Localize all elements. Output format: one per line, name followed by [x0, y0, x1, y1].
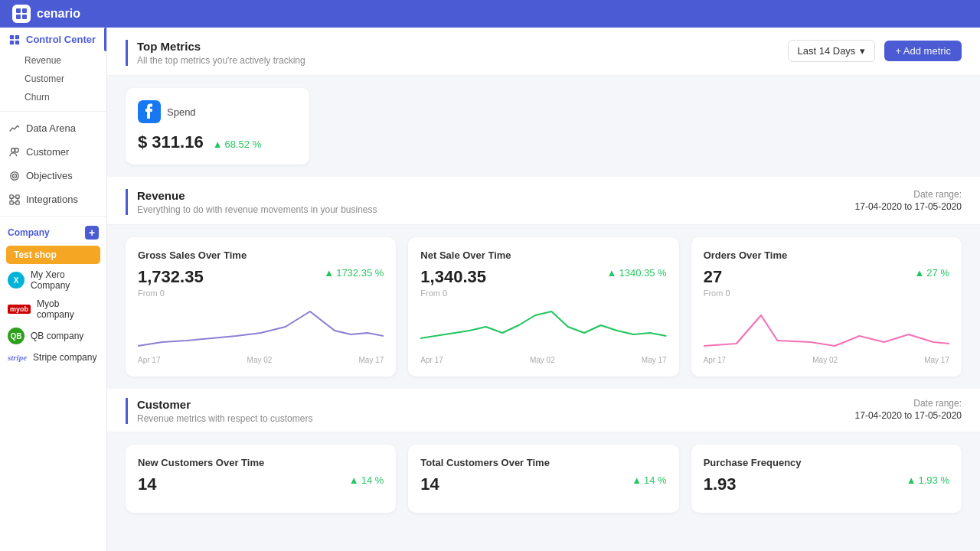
company-test-shop[interactable]: Test shop	[6, 246, 100, 264]
purchase-frequency-value: 1.93	[704, 474, 737, 494]
date-filter-button[interactable]: Last 14 Days ▾	[788, 40, 876, 62]
svg-rect-1	[22, 8, 27, 13]
company-test-shop-label: Test shop	[14, 249, 57, 260]
sidebar-label-integrations: Integrations	[26, 194, 78, 205]
customer-section-header: Customer Revenue metrics with respect to…	[107, 389, 980, 432]
sidebar-sub-churn[interactable]: Churn	[0, 88, 106, 106]
up-arrow-icon: ▲	[906, 474, 916, 486]
revenue-date-range-label: Date range:	[913, 189, 962, 200]
net-sale-from: From 0	[420, 289, 486, 298]
top-metrics-title-area: Top Metrics All the top metrics you're a…	[126, 40, 305, 66]
gross-sales-x-labels: Apr 17 May 02 May 17	[138, 356, 384, 364]
new-customers-header-row: 14 ▲ 14 %	[138, 474, 384, 494]
company-myob-label: Myob company	[37, 298, 99, 320]
company-qb-label: QB company	[31, 331, 83, 341]
orders-from: From 0	[704, 289, 730, 298]
svg-rect-14	[16, 194, 19, 197]
new-customers-title: New Customers Over Time	[138, 457, 384, 468]
revenue-title: Revenue	[137, 189, 377, 202]
sidebar-label-objectives: Objectives	[26, 170, 73, 181]
orders-title: Orders Over Time	[704, 249, 949, 261]
sidebar-sub-revenue[interactable]: Revenue	[0, 51, 106, 70]
customer-title-area: Customer Revenue metrics with respect to…	[126, 398, 312, 424]
svg-rect-5	[15, 34, 19, 38]
integrations-icon	[9, 194, 20, 205]
data-arena-icon	[9, 123, 20, 134]
top-metrics-title: Top Metrics	[137, 40, 305, 53]
up-arrow-icon: ▲	[213, 139, 223, 150]
app-logo[interactable]: cenario	[12, 5, 80, 23]
gross-sales-from: From 0	[138, 289, 204, 298]
revenue-date-range: Date range: 17-04-2020 to 17-05-2020	[855, 189, 962, 212]
sidebar-divider	[0, 111, 106, 112]
revenue-charts-grid: Gross Sales Over Time 1,732.35 From 0 ▲ …	[126, 237, 962, 377]
top-metrics-subtitle: All the top metrics you're actively trac…	[137, 55, 305, 66]
app-name: cenario	[37, 7, 80, 21]
sub-label-customer: Customer	[24, 73, 64, 84]
customer-section-subtitle: Revenue metrics with respect to customer…	[137, 413, 312, 424]
up-arrow-icon: ▲	[607, 267, 617, 279]
company-myob[interactable]: myob Myob company	[0, 295, 106, 324]
sub-label-revenue: Revenue	[24, 55, 61, 66]
sidebar-item-data-arena[interactable]: Data Arena	[0, 116, 106, 140]
sidebar-divider-2	[0, 216, 106, 217]
date-filter-label: Last 14 Days	[798, 45, 856, 57]
purchase-frequency-title: Purchase Frequency	[704, 457, 949, 468]
new-customers-chart: New Customers Over Time 14 ▲ 14 %	[126, 445, 396, 513]
sidebar-item-objectives[interactable]: Objectives	[0, 164, 106, 187]
net-sale-x-labels: Apr 17 May 02 May 17	[420, 356, 666, 364]
company-xero-label: My Xero Company	[31, 269, 99, 291]
sidebar-label-data-arena: Data Arena	[26, 122, 76, 134]
content-area: Top Metrics All the top metrics you're a…	[107, 28, 980, 551]
sub-label-churn: Churn	[24, 92, 50, 103]
company-qb[interactable]: QB QB company	[0, 324, 106, 348]
sidebar-item-control-center[interactable]: Control Center	[0, 28, 106, 51]
revenue-subtitle: Everything to do with revenue movements …	[137, 204, 377, 215]
metric-card-title: Spend	[167, 106, 196, 118]
total-customers-chart: Total Customers Over Time 14 ▲ 14 %	[408, 445, 678, 513]
customer-charts-grid: New Customers Over Time 14 ▲ 14 % Total …	[107, 432, 980, 525]
xero-avatar: X	[8, 272, 24, 289]
add-metric-button[interactable]: + Add metric	[884, 41, 962, 61]
customer-section-title: Customer	[137, 398, 312, 411]
gross-sales-title: Gross Sales Over Time	[138, 249, 384, 261]
svg-rect-4	[10, 34, 14, 38]
total-customers-header-row: 14 ▲ 14 %	[420, 474, 666, 494]
purchase-frequency-change: ▲ 1.93 %	[906, 474, 949, 486]
svg-rect-15	[10, 201, 13, 204]
up-arrow-icon: ▲	[914, 267, 924, 279]
orders-chart: Orders Over Time 27 From 0 ▲ 27 %	[691, 237, 962, 377]
total-customers-value: 14	[420, 474, 439, 494]
svg-rect-6	[10, 40, 14, 44]
new-customers-value: 14	[138, 474, 156, 494]
add-metric-label: + Add metric	[895, 45, 951, 57]
add-company-button[interactable]: +	[85, 226, 99, 240]
company-stripe[interactable]: stripe Stripe company	[0, 348, 106, 367]
metric-value-row: $ 311.16 ▲ 68.52 %	[138, 132, 297, 152]
metric-card-spend: Spend $ 311.16 ▲ 68.52 %	[126, 88, 309, 165]
sidebar-item-customer[interactable]: Customer	[0, 140, 106, 164]
net-sale-change: ▲ 1340.35 %	[607, 267, 667, 279]
metric-change: ▲ 68.52 %	[213, 139, 262, 150]
up-arrow-icon: ▲	[349, 474, 359, 486]
chevron-down-icon: ▾	[860, 45, 865, 57]
svg-point-12	[14, 175, 15, 177]
company-my-xero[interactable]: X My Xero Company	[0, 266, 106, 295]
gross-sales-header-row: 1,732.35 From 0 ▲ 1732.35 %	[138, 267, 384, 298]
logo-icon	[12, 5, 31, 23]
sidebar-sub-customer[interactable]: Customer	[0, 70, 106, 88]
sidebar-label-control-center: Control Center	[26, 34, 96, 45]
revenue-title-area: Revenue Everything to do with revenue mo…	[126, 189, 377, 215]
orders-value: 27	[704, 267, 730, 287]
purchase-frequency-chart: Purchase Frequency 1.93 ▲ 1.93 %	[691, 445, 962, 513]
sidebar-item-integrations[interactable]: Integrations	[0, 187, 106, 211]
orders-change: ▲ 27 %	[914, 267, 949, 279]
net-sale-svg	[420, 304, 666, 350]
company-section-label: Company +	[0, 221, 106, 244]
svg-rect-2	[16, 15, 21, 19]
top-metrics-header: Top Metrics All the top metrics you're a…	[107, 28, 980, 76]
revenue-charts-section: Gross Sales Over Time 1,732.35 From 0 ▲ …	[107, 225, 980, 389]
customer-icon	[9, 147, 20, 158]
customer-date-range-label: Date range:	[913, 398, 962, 409]
top-navigation: cenario	[0, 0, 980, 28]
